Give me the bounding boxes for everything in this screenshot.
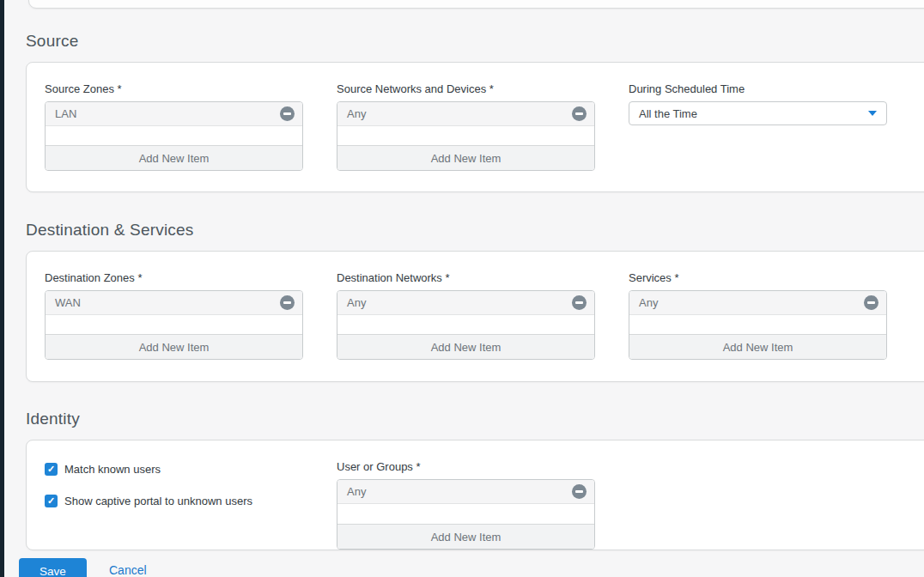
destination-networks-item-row[interactable]: Any: [337, 291, 594, 315]
item-list-empty-space: [46, 315, 302, 334]
source-zones-label: Source Zones *: [45, 83, 303, 94]
destination-zones-item-label: WAN: [55, 296, 280, 309]
identity-card: ✓ Match known users ✓ Show captive porta…: [26, 440, 924, 550]
section-title-identity: Identity: [26, 410, 80, 428]
minus-bar: [283, 112, 291, 115]
previous-card-bottom-edge: [28, 0, 924, 9]
item-list-empty-space: [46, 126, 302, 145]
cancel-link[interactable]: Cancel: [109, 563, 147, 577]
services-item-label: Any: [639, 296, 864, 309]
destination-zones-item-row[interactable]: WAN: [46, 291, 302, 315]
destination-networks-item-label: Any: [347, 296, 572, 309]
user-or-groups-item-row[interactable]: Any: [337, 480, 594, 504]
user-or-groups-widget: Any Add New Item: [337, 479, 595, 550]
services-label: Services *: [629, 272, 887, 283]
source-networks-widget: Any Add New Item: [337, 101, 595, 171]
destination-networks-label: Destination Networks *: [337, 272, 595, 283]
user-or-groups-label: User or Groups *: [337, 461, 595, 472]
minus-bar: [283, 301, 291, 304]
services-add-new-item-button[interactable]: Add New Item: [629, 334, 886, 359]
match-known-users-row: ✓ Match known users: [45, 463, 303, 476]
left-nav-edge: [0, 0, 4, 577]
user-or-groups-add-new-item-button[interactable]: Add New Item: [337, 524, 594, 549]
user-or-groups-item-label: Any: [347, 485, 572, 498]
section-title-source: Source: [26, 32, 78, 51]
source-networks-item-row[interactable]: Any: [337, 102, 594, 126]
source-zones-item-label: LAN: [55, 107, 280, 120]
minus-bar: [867, 301, 875, 304]
select-value: All the Time: [639, 107, 868, 120]
destination-networks-add-new-item-button[interactable]: Add New Item: [337, 334, 594, 359]
during-scheduled-time-select[interactable]: All the Time: [629, 101, 887, 125]
chevron-down-icon: [868, 111, 877, 116]
source-zones-widget: LAN Add New Item: [45, 101, 303, 171]
destination-zones-add-new-item-button[interactable]: Add New Item: [46, 334, 302, 359]
remove-item-icon[interactable]: [572, 295, 587, 310]
item-list-empty-space: [337, 504, 594, 524]
item-list-empty-space: [337, 315, 594, 334]
show-captive-portal-checkbox[interactable]: ✓: [45, 495, 58, 507]
source-networks-label: Source Networks and Devices *: [337, 83, 595, 94]
destination-zones-widget: WAN Add New Item: [45, 290, 303, 360]
remove-item-icon[interactable]: [572, 106, 587, 121]
section-title-destination-services: Destination & Services: [26, 221, 194, 240]
destination-zones-label: Destination Zones *: [45, 272, 303, 283]
check-icon: ✓: [47, 465, 55, 474]
minus-bar: [575, 490, 583, 493]
remove-item-icon[interactable]: [572, 484, 587, 499]
remove-item-icon[interactable]: [864, 295, 878, 310]
minus-bar: [575, 301, 583, 304]
match-known-users-checkbox[interactable]: ✓: [45, 463, 58, 476]
source-zones-add-new-item-button[interactable]: Add New Item: [46, 145, 302, 170]
item-list-empty-space: [629, 315, 886, 334]
match-known-users-label: Match known users: [64, 463, 161, 476]
source-networks-item-label: Any: [347, 107, 572, 120]
source-card: Source Zones * LAN Add New Item Source N…: [26, 62, 924, 192]
destination-networks-widget: Any Add New Item: [337, 290, 595, 360]
services-item-row[interactable]: Any: [629, 291, 886, 315]
show-captive-portal-row: ✓ Show captive portal to unknown users: [45, 495, 303, 507]
show-captive-portal-label: Show captive portal to unknown users: [64, 495, 252, 507]
destination-services-card: Destination Zones * WAN Add New Item Des…: [26, 251, 924, 382]
source-zones-item-row[interactable]: LAN: [46, 102, 302, 126]
check-icon: ✓: [47, 496, 55, 506]
remove-item-icon[interactable]: [280, 106, 295, 121]
remove-item-icon[interactable]: [280, 295, 295, 310]
source-networks-add-new-item-button[interactable]: Add New Item: [337, 145, 594, 170]
minus-bar: [575, 112, 583, 115]
services-widget: Any Add New Item: [629, 290, 887, 360]
during-scheduled-time-label: During Scheduled Time: [629, 83, 887, 94]
item-list-empty-space: [337, 126, 594, 145]
save-button[interactable]: Save: [19, 558, 87, 577]
